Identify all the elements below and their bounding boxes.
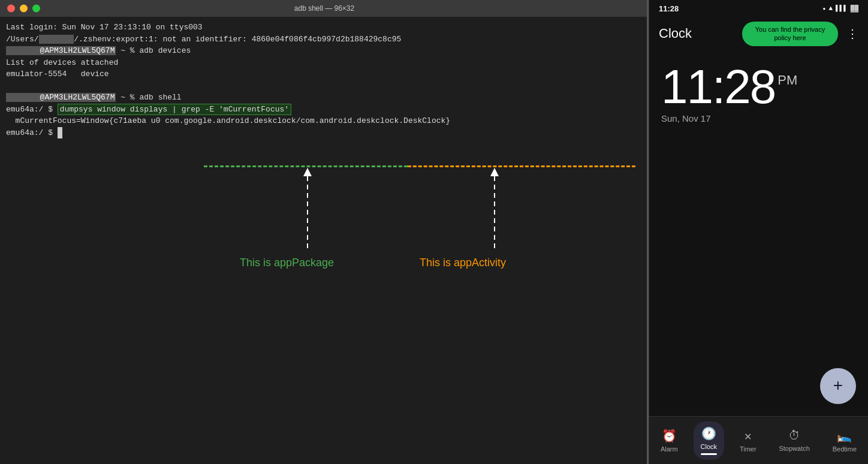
orange-dashed-line	[408, 165, 635, 167]
terminal-line: List of devices attached	[6, 57, 643, 69]
bottom-nav: ⏰ Alarm 🕐 Clock ✕ Timer ⏱ Stopwatch 🛌 Be…	[649, 416, 868, 464]
nav-label-alarm: Alarm	[661, 445, 678, 453]
nav-label-bedtime: Bedtime	[833, 445, 857, 453]
terminal-line: Last login: Sun Nov 17 23:13:10 on ttys0…	[6, 22, 643, 34]
terminal-user: @APM3LH2LWL5Q67M	[6, 93, 116, 102]
nav-item-stopwatch[interactable]: ⏱ Stopwatch	[771, 424, 816, 457]
status-icons: ● ▲ ▌▌▌ ▓▓	[823, 5, 858, 12]
terminal-user: @APM3LH2LWL5Q67M	[6, 46, 116, 55]
notification-dot-icon: ●	[823, 6, 826, 11]
annotation-area: This is appPackage This is appActivity	[0, 155, 649, 464]
bedtime-icon: 🛌	[837, 429, 852, 444]
nav-item-alarm[interactable]: ⏰ Alarm	[653, 424, 685, 457]
terminal-prompt-line: emu64a:/ $	[6, 127, 643, 139]
clock-date: Sun, Nov 17	[661, 113, 856, 123]
battery-icon: ▓▓	[851, 5, 858, 12]
arrow-head-green	[303, 168, 312, 176]
green-arrow	[303, 168, 312, 248]
clock-content: +	[649, 129, 868, 416]
wifi-icon: ▲	[828, 5, 833, 12]
android-phone: 11:28 ● ▲ ▌▌▌ ▓▓ Clock You can find the …	[649, 0, 868, 464]
more-options-icon[interactable]: ⋮	[846, 26, 858, 41]
orange-arrow	[490, 168, 499, 248]
annotation-label-orange: This is appActivity	[420, 257, 506, 269]
minimize-button[interactable]	[20, 5, 28, 13]
clock-ampm: PM	[777, 73, 797, 88]
terminal-titlebar: adb shell — 96×32	[0, 0, 649, 17]
nav-label-timer: Timer	[740, 445, 757, 453]
maximize-button[interactable]	[32, 5, 40, 13]
clock-nav-icon: 🕐	[701, 426, 716, 441]
annotation-label-green: This is appPackage	[240, 257, 334, 269]
stopwatch-icon: ⏱	[788, 429, 800, 443]
terminal-line: emulator-5554 device	[6, 68, 643, 80]
clock-digits: 11:28	[661, 63, 775, 111]
privacy-badge[interactable]: You can find the privacy policy here	[742, 22, 838, 46]
status-time: 11:28	[659, 4, 679, 13]
terminal-body[interactable]: Last login: Sun Nov 17 23:13:10 on ttys0…	[0, 17, 649, 464]
terminal-title: adb shell — 96×32	[294, 4, 354, 13]
clock-time: 11:28 PM	[661, 63, 856, 111]
terminal-line: @APM3LH2LWL5Q67M ~ % adb shell	[6, 92, 643, 104]
terminal-line	[6, 80, 643, 92]
active-indicator	[701, 453, 718, 455]
app-header: Clock You can find the privacy policy he…	[649, 17, 868, 51]
arrow-shaft-green	[307, 176, 308, 248]
close-button[interactable]	[7, 5, 15, 13]
app-title: Clock	[659, 26, 692, 41]
add-clock-fab[interactable]: +	[820, 368, 856, 404]
alarm-icon: ⏰	[662, 429, 677, 444]
traffic-lights	[7, 5, 40, 13]
green-dashed-line	[204, 165, 408, 167]
terminal-highlighted-cmd: dumpsys window displays | grep -E 'mCurr…	[58, 104, 291, 115]
nav-item-bedtime[interactable]: 🛌 Bedtime	[825, 424, 864, 457]
nav-label-clock: Clock	[701, 443, 718, 450]
nav-item-clock[interactable]: 🕐 Clock	[694, 421, 725, 460]
signal-icon: ▌▌▌	[836, 5, 848, 12]
nav-label-stopwatch: Stopwatch	[779, 445, 809, 452]
timer-icon: ✕	[745, 429, 752, 444]
status-bar: 11:28 ● ▲ ▌▌▌ ▓▓	[649, 0, 868, 17]
clock-display: 11:28 PM Sun, Nov 17	[649, 51, 868, 129]
terminal-line: @APM3LH2LWL5Q67M ~ % adb devices	[6, 45, 643, 57]
terminal-command-line: emu64a:/ $ dumpsys window displays | gre…	[6, 104, 643, 116]
terminal-window: adb shell — 96×32 Last login: Sun Nov 17…	[0, 0, 649, 464]
arrow-head-orange	[490, 168, 499, 176]
terminal-output-line: mCurrentFocus=Window{c71aeba u0 com.goog…	[6, 115, 643, 127]
arrow-shaft-orange	[494, 176, 495, 248]
terminal-line: /Users/ /.zshenv:export:1: not an identi…	[6, 34, 643, 46]
nav-item-timer[interactable]: ✕ Timer	[733, 424, 764, 457]
